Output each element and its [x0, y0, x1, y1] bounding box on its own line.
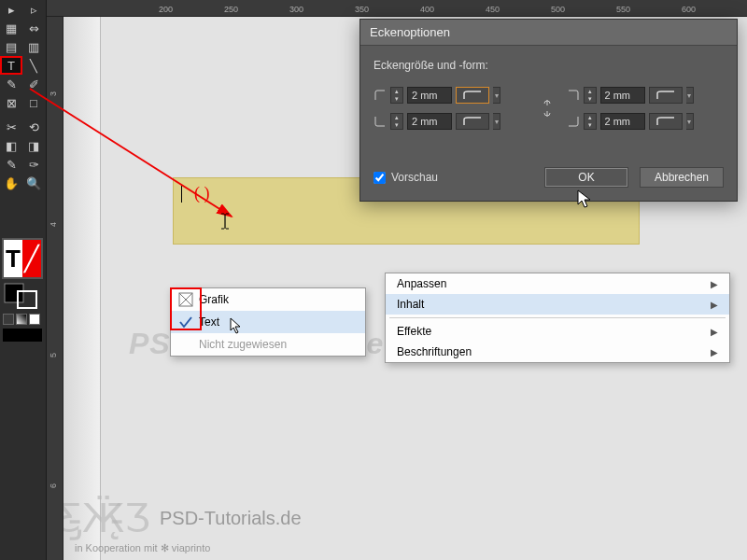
- menu-item-grafik-label: Grafik: [199, 293, 229, 306]
- cooperation-text: in Kooperation mit ✻ viaprinto: [75, 542, 210, 554]
- ok-button[interactable]: OK: [544, 167, 628, 188]
- tools-panel: ▸▹ ▦⇔ ▤▥ T╲ ✎✐ ⊠□ ✂⟲ ◧◨ ✎✑ ✋🔍: [0, 0, 47, 560]
- dialog-title: Eckenoptionen: [360, 20, 737, 46]
- submenu-arrow-icon: ▶: [711, 279, 718, 289]
- link-corners-icon[interactable]: [539, 98, 556, 119]
- br-shape-dropdown[interactable]: ▾: [686, 113, 694, 130]
- menu-item-text-label: Text: [199, 315, 219, 329]
- gradient-feather-tool[interactable]: ◨: [22, 136, 45, 155]
- bl-shape-select[interactable]: [456, 113, 489, 130]
- menu-item-anpassen[interactable]: Anpassen ▶: [386, 273, 729, 294]
- menu-anpassen-label: Anpassen: [397, 277, 446, 290]
- parentheses-marker: ( ): [194, 184, 210, 203]
- graphic-icon: [178, 292, 193, 307]
- tl-shape-dropdown[interactable]: ▾: [493, 87, 500, 104]
- tr-stepper[interactable]: ▴▾: [584, 87, 597, 104]
- submenu-arrow-icon: ▶: [711, 347, 718, 357]
- preview-label: Vorschau: [391, 171, 438, 184]
- cancel-button[interactable]: Abbrechen: [640, 167, 724, 188]
- type-tool[interactable]: T: [0, 56, 22, 75]
- note-tool[interactable]: ✎: [0, 155, 22, 174]
- indesign-app: ▸▹ ▦⇔ ▤▥ T╲ ✎✐ ⊠□ ✂⟲ ◧◨ ✎✑ ✋🔍 T╱ 200 250…: [0, 0, 747, 560]
- unassigned-icon: [178, 337, 193, 352]
- corner-tr-icon: [567, 89, 580, 102]
- menu-item-inhalt[interactable]: Inhalt ▶: [386, 294, 729, 315]
- color-mode-row[interactable]: [3, 314, 40, 325]
- menu-item-unassigned-label: Nicht zugewiesen: [199, 338, 287, 351]
- view-mode-row[interactable]: [3, 329, 42, 342]
- corner-tl-icon: [374, 89, 387, 102]
- corner-options-dialog: Eckenoptionen Eckengröße und -form: ▴▾ ▾…: [359, 19, 738, 202]
- content-collector[interactable]: ▤: [0, 37, 22, 56]
- bottom-right-corner: ▴▾ ▾: [567, 113, 725, 130]
- vertical-ruler: 3 4 5 6: [47, 17, 63, 560]
- menu-item-text[interactable]: Text: [171, 311, 365, 333]
- br-stepper[interactable]: ▴▾: [584, 113, 597, 130]
- tl-value-input[interactable]: [407, 87, 452, 104]
- line-tool[interactable]: ╲: [22, 56, 45, 75]
- br-shape-select[interactable]: [649, 113, 683, 130]
- page-edge: [63, 17, 101, 560]
- preview-checkbox[interactable]: Vorschau: [374, 171, 533, 184]
- check-icon: [178, 315, 193, 329]
- page-tool[interactable]: ▦: [0, 19, 22, 37]
- fill-stroke-proxy[interactable]: [3, 282, 42, 310]
- menu-item-effekte[interactable]: Effekte ▶: [386, 321, 729, 342]
- type-tool-large-indicator: T╱: [2, 238, 43, 279]
- menu-item-beschriftungen[interactable]: Beschriftungen ▶: [386, 342, 729, 362]
- tr-value-input[interactable]: [600, 87, 645, 104]
- tr-shape-dropdown[interactable]: ▾: [686, 87, 694, 104]
- text-cursor: [181, 186, 182, 203]
- menu-separator: [389, 317, 726, 318]
- pen-tool[interactable]: ✎: [0, 75, 22, 93]
- br-value-input[interactable]: [600, 113, 645, 130]
- gap-tool[interactable]: ⇔: [22, 19, 45, 37]
- top-right-corner: ▴▾ ▾: [567, 87, 725, 104]
- bl-stepper[interactable]: ▴▾: [390, 113, 403, 130]
- rectangle-tool[interactable]: □: [22, 93, 45, 112]
- brand-footer: Ƹ̵̡Ӝ̵̨̄Ʒ PSD-Tutorials.de: [56, 496, 302, 541]
- content-type-submenu: Grafik Text Nicht zugewiesen: [170, 287, 366, 357]
- bottom-left-corner: ▴▾ ▾: [374, 113, 531, 130]
- rectangle-frame-tool[interactable]: ⊠: [0, 93, 22, 112]
- scissors-tool[interactable]: ✂: [0, 118, 22, 136]
- zoom-tool[interactable]: 🔍: [22, 174, 45, 192]
- gradient-swatch-tool[interactable]: ◧: [0, 136, 22, 155]
- menu-item-unassigned[interactable]: Nicht zugewiesen: [171, 333, 365, 356]
- preview-checkbox-input[interactable]: [374, 172, 386, 184]
- corner-br-icon: [567, 115, 580, 128]
- pencil-tool[interactable]: ✐: [22, 75, 45, 93]
- corner-bl-icon: [374, 115, 387, 128]
- submenu-arrow-icon: ▶: [711, 327, 718, 337]
- tr-shape-select[interactable]: [649, 87, 683, 104]
- horizontal-ruler: 200 250 300 350 400 450 500 550 600: [47, 0, 747, 17]
- submenu-arrow-icon: ▶: [711, 300, 718, 310]
- tl-stepper[interactable]: ▴▾: [390, 87, 403, 104]
- hand-tool[interactable]: ✋: [0, 174, 22, 192]
- eyedropper-tool[interactable]: ✑: [22, 155, 45, 174]
- menu-beschriftungen-label: Beschriftungen: [397, 345, 472, 358]
- selection-tool[interactable]: ▸: [0, 0, 22, 19]
- menu-effekte-label: Effekte: [397, 325, 431, 338]
- dialog-legend: Eckengröße und -form:: [374, 59, 724, 72]
- direct-selection-tool[interactable]: ▹: [22, 0, 45, 19]
- content-placer[interactable]: ▥: [22, 37, 45, 56]
- butterfly-icon: Ƹ̵̡Ӝ̵̨̄Ʒ: [56, 496, 150, 541]
- svg-rect-0: [5, 284, 23, 302]
- top-left-corner: ▴▾ ▾: [374, 87, 531, 104]
- tl-shape-select[interactable]: [456, 87, 489, 104]
- transform-tool[interactable]: ⟲: [22, 118, 45, 136]
- bl-value-input[interactable]: [407, 113, 452, 130]
- bl-shape-dropdown[interactable]: ▾: [493, 113, 500, 130]
- context-menu: Anpassen ▶ Inhalt ▶ Effekte ▶ Beschriftu…: [385, 273, 730, 363]
- brand-name: PSD-Tutorials.de: [160, 508, 302, 529]
- menu-inhalt-label: Inhalt: [397, 298, 424, 311]
- menu-item-grafik[interactable]: Grafik: [171, 288, 365, 311]
